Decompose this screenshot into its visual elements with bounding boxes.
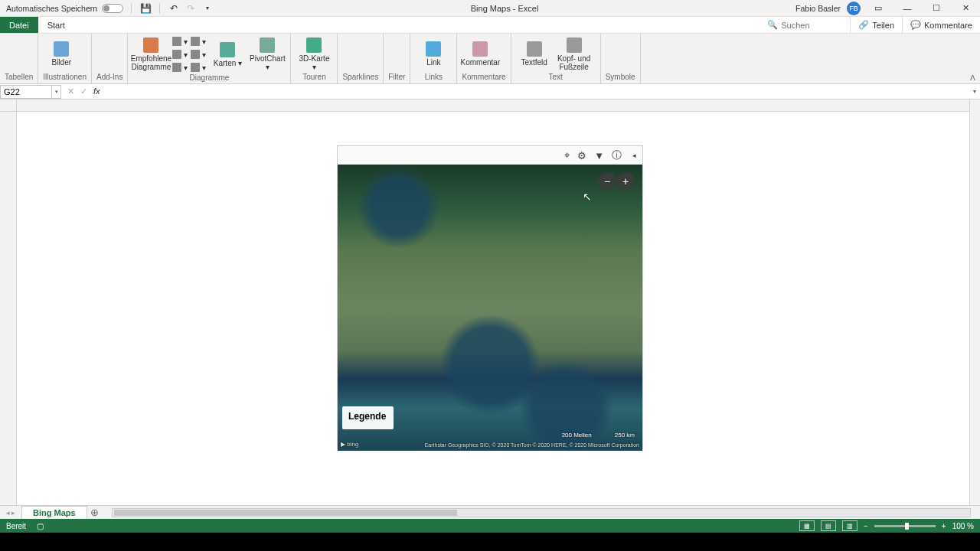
vertical-scrollbar[interactable]	[969, 99, 980, 505]
minimize-icon[interactable]: —	[896, 1, 919, 16]
kommentar-button[interactable]: Kommentar	[462, 40, 498, 68]
search-input[interactable]	[781, 21, 842, 30]
view-pagebreak-icon[interactable]: ▥	[842, 520, 858, 531]
name-box[interactable]: G22	[0, 85, 52, 99]
close-icon[interactable]: ✕	[954, 1, 977, 16]
share-icon: 🔗	[858, 20, 869, 30]
formula-bar: G22 ▾ ✕ ✓ fx ▾	[0, 84, 980, 99]
zoom-out-icon[interactable]: −	[864, 522, 868, 530]
view-normal-icon[interactable]: ▦	[799, 520, 815, 531]
map-help-icon[interactable]: ⓘ	[612, 148, 622, 162]
titlebar: Automatisches Speichern 💾 ↶ ↷ ▾ Bing Map…	[0, 0, 980, 17]
map-attribution: Earthstar Geographics SIO, © 2020 TomTom…	[425, 442, 639, 448]
sheet-next-icon[interactable]: ▸	[11, 509, 15, 517]
user-name[interactable]: Fabio Basler	[795, 4, 841, 13]
cursor-icon	[583, 191, 592, 203]
search-icon: 🔍	[767, 20, 778, 30]
formula-input[interactable]	[106, 87, 969, 96]
empf-diagramme-button[interactable]: Empfohlene Diagramme	[132, 36, 169, 73]
window-title: Bing Maps - Excel	[214, 4, 795, 13]
sheet-tab-bar: ◂ ▸ Bing Maps ⊕	[0, 505, 980, 519]
sheet-prev-icon[interactable]: ◂	[6, 509, 10, 517]
expand-formula-icon[interactable]: ▾	[969, 88, 980, 95]
user-avatar[interactable]: FB	[847, 2, 861, 15]
horizontal-scrollbar[interactable]	[112, 508, 971, 517]
map-legend: Legende	[342, 406, 394, 429]
textfeld-button[interactable]: Textfeld	[516, 40, 553, 68]
kopfzeile-button[interactable]: Kopf- und Fußzeile	[556, 36, 593, 73]
bilder-button[interactable]: Bilder	[43, 40, 80, 68]
redo-icon[interactable]: ↷	[185, 2, 197, 15]
undo-icon[interactable]: ↶	[168, 2, 180, 15]
name-box-dropdown[interactable]: ▾	[52, 85, 61, 99]
map-settings-icon[interactable]: ⚙	[577, 150, 586, 161]
karten-button[interactable]: Karten ▾	[209, 41, 246, 69]
status-bar: Bereit ▢ ▦ ▤ ▥ − + 100 %	[0, 519, 980, 533]
save-icon[interactable]: 💾	[139, 2, 152, 15]
map-locate-icon[interactable]: ⌖	[564, 149, 570, 161]
accept-formula-icon[interactable]: ✓	[80, 86, 87, 96]
sheet-tab-bingmaps[interactable]: Bing Maps	[21, 506, 87, 520]
tab-start[interactable]: Start	[38, 17, 74, 33]
tab-file[interactable]: Datei	[0, 17, 38, 33]
comments-button[interactable]: 💬 Kommentare	[902, 17, 980, 33]
zoom-in-icon[interactable]: +	[942, 522, 946, 530]
fx-icon[interactable]: fx	[93, 86, 100, 96]
legend-title: Legende	[348, 411, 386, 422]
bing-map-addin[interactable]: ⌖ ⚙ ▼ ⓘ ◂ − + Legende 200 Meile	[337, 145, 643, 450]
link-button[interactable]: Link	[415, 40, 452, 68]
ribbon-tabs: Datei Start 🔍 🔗 Teilen 💬 Kommentare	[0, 17, 980, 34]
map-toolbar: ⌖ ⚙ ▼ ⓘ ◂	[338, 146, 642, 165]
3dkarte-button[interactable]: 3D-Karte ▾	[296, 36, 332, 73]
qat-customize-icon[interactable]: ▾	[201, 2, 214, 15]
comments-icon: 💬	[910, 20, 921, 30]
map-collapse-icon[interactable]: ◂	[632, 152, 636, 159]
macro-record-icon[interactable]: ▢	[37, 522, 44, 530]
map-zoom-out[interactable]: −	[598, 172, 616, 191]
add-sheet-button[interactable]: ⊕	[87, 506, 103, 520]
select-all-triangle[interactable]	[0, 99, 17, 112]
autosave-toggle[interactable]: Automatisches Speichern	[6, 4, 123, 13]
map-canvas[interactable]: − + Legende 200 Meilen250 km ▶ bing Eart…	[338, 165, 642, 451]
map-scale: 200 Meilen250 km	[562, 432, 635, 439]
search-box[interactable]: 🔍	[760, 20, 850, 30]
cancel-formula-icon[interactable]: ✕	[67, 86, 74, 96]
view-pagelayout-icon[interactable]: ▤	[821, 520, 836, 531]
share-button[interactable]: 🔗 Teilen	[850, 17, 902, 33]
status-ready: Bereit	[6, 522, 26, 530]
zoom-level[interactable]: 100 %	[952, 522, 974, 530]
pivotchart-button[interactable]: PivotChart ▾	[249, 36, 286, 73]
map-zoom-in[interactable]: +	[616, 172, 635, 191]
map-filter-icon[interactable]: ▼	[594, 150, 604, 161]
collapse-ribbon-icon[interactable]: ᐱ	[970, 73, 975, 82]
ribbon: Tabellen Bilder Illustrationen Add-Ins E…	[0, 34, 980, 84]
ribbon-mode-icon[interactable]: ▭	[867, 1, 890, 16]
map-logo: ▶ bing	[341, 441, 358, 448]
maximize-icon[interactable]: ☐	[925, 1, 948, 16]
worksheet-grid[interactable]: ⌖ ⚙ ▼ ⓘ ◂ − + Legende 200 Meile	[0, 99, 980, 505]
zoom-slider[interactable]	[874, 525, 936, 527]
